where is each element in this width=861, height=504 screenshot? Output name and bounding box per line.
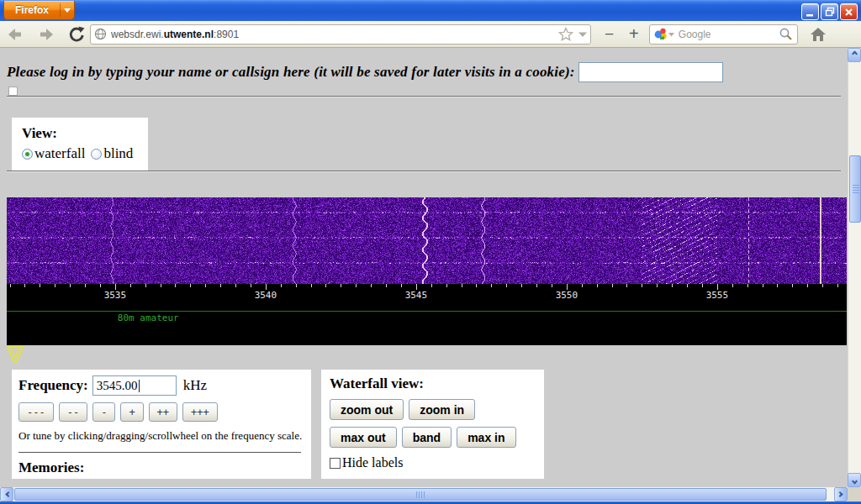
view-option-waterfall[interactable]: waterfall — [22, 145, 85, 162]
login-checkbox[interactable] — [8, 87, 18, 96]
scale-tick — [702, 284, 703, 287]
scale-tick — [657, 284, 658, 287]
scale-tick — [416, 284, 417, 290]
scroll-left-button[interactable] — [0, 487, 13, 501]
search-bar[interactable] — [649, 24, 798, 45]
freq-step--[interactable]: ++ — [149, 402, 177, 422]
waterfall-max-in[interactable]: max in — [457, 427, 515, 448]
url-dropdown-button[interactable] — [578, 31, 587, 38]
waterfall-display[interactable]: 35353540354535503555 80m amateur — [7, 197, 847, 345]
scale-tick — [266, 284, 267, 290]
close-button[interactable] — [840, 3, 858, 20]
scale-tick — [521, 284, 522, 287]
scroll-right-button[interactable] — [834, 487, 848, 501]
freq-step--[interactable]: --- — [18, 402, 54, 422]
horizontal-scroll-thumb[interactable] — [14, 488, 827, 501]
freq-step--[interactable]: +++ — [182, 402, 218, 422]
back-button[interactable] — [7, 27, 25, 42]
url-bar[interactable]: websdr.ewi.utwente.nl:8901 — [90, 24, 591, 45]
horizontal-scrollbar[interactable] — [0, 487, 848, 501]
scale-tick — [491, 284, 492, 287]
scale-tick — [356, 284, 357, 287]
waterfall-spectrogram[interactable] — [7, 197, 847, 284]
chevron-down-icon — [61, 8, 74, 13]
page-zoom-out-button[interactable]: − — [605, 25, 614, 44]
band-label: 80m amateur — [118, 312, 179, 323]
restore-button[interactable] — [821, 3, 838, 20]
chevron-down-icon[interactable] — [668, 32, 674, 37]
scale-tick — [24, 284, 25, 287]
scale-tick — [145, 284, 146, 287]
radio-icon[interactable] — [22, 149, 33, 160]
scale-tick — [747, 284, 748, 287]
radio-label: blind — [103, 145, 133, 162]
hide-labels-checkbox[interactable] — [330, 458, 341, 469]
waterfall-band[interactable]: band — [402, 427, 452, 448]
firefox-menu-button[interactable]: Firefox — [3, 1, 75, 20]
scale-tick — [205, 284, 206, 287]
minimize-button[interactable] — [801, 3, 819, 20]
waterfall-zoom-in[interactable]: zoom in — [409, 399, 475, 420]
waterfall-range-buttons: max outbandmax in — [330, 427, 536, 448]
hide-labels-row[interactable]: Hide labels — [330, 455, 536, 470]
scale-tick — [792, 284, 793, 287]
scale-tick — [325, 284, 326, 287]
scale-tick — [642, 284, 642, 287]
globe-icon — [94, 28, 107, 40]
frequency-scale[interactable]: 35353540354535503555 — [7, 284, 847, 302]
callsign-input[interactable] — [578, 62, 723, 82]
reload-button[interactable] — [68, 26, 85, 43]
url-text[interactable]: websdr.ewi.utwente.nl:8901 — [111, 29, 239, 40]
scale-tick — [371, 284, 372, 287]
scale-tick — [672, 284, 673, 287]
view-option-blind[interactable]: blind — [91, 145, 133, 162]
freq-step--[interactable]: - — [92, 402, 115, 422]
bookmark-star-icon[interactable] — [558, 27, 573, 42]
freq-step--[interactable]: -- — [59, 402, 87, 422]
vertical-scroll-thumb[interactable] — [849, 155, 861, 223]
search-input[interactable] — [679, 29, 779, 40]
freq-step--[interactable]: + — [120, 402, 143, 422]
view-label: View: — [22, 125, 140, 142]
waterfall-max-out[interactable]: max out — [330, 427, 397, 448]
waterfall-zoom-out[interactable]: zoom out — [330, 399, 404, 420]
google-logo-icon[interactable] — [654, 28, 667, 40]
scale-tick — [807, 284, 808, 287]
chevron-left-icon — [5, 491, 11, 497]
scroll-up-button[interactable] — [848, 48, 861, 62]
scale-tick — [626, 284, 627, 287]
page-zoom-in-button[interactable]: + — [629, 24, 639, 44]
scroll-down-button[interactable] — [848, 473, 861, 487]
band-line — [7, 311, 847, 312]
waterfall-view-label: Waterfall view: — [330, 375, 536, 392]
login-prompt: Please log in by typing your name or cal… — [7, 64, 575, 81]
divider — [7, 96, 841, 97]
radio-label: waterfall — [34, 145, 85, 162]
scale-tick — [446, 284, 447, 287]
home-button[interactable] — [810, 27, 827, 42]
scale-tick — [235, 284, 236, 287]
scale-frequency-label: 3555 — [706, 290, 729, 301]
text-caret — [139, 380, 140, 392]
home-icon — [810, 27, 827, 42]
frequency-input[interactable]: 3545.00 — [92, 375, 177, 396]
radio-icon[interactable] — [91, 149, 102, 160]
reload-icon — [68, 26, 85, 43]
scale-tick — [567, 284, 568, 290]
webpage-viewport: Please log in by typing your name or cal… — [0, 48, 848, 487]
scale-tick — [341, 284, 341, 287]
scale-tick — [10, 284, 11, 287]
back-arrow-icon — [7, 27, 25, 42]
tuning-marker-icon[interactable] — [4, 345, 26, 364]
scale-tick — [476, 284, 477, 287]
frequency-panel: Frequency: 3545.00 kHz ------++++++ Or t… — [12, 370, 311, 479]
window-titlebar: Firefox — [0, 0, 861, 21]
scale-tick — [401, 284, 402, 287]
waterfall-zoom-buttons: zoom outzoom in — [330, 399, 536, 420]
close-icon — [844, 8, 853, 17]
forward-button[interactable] — [36, 27, 55, 42]
search-magnifier-icon[interactable] — [779, 27, 793, 41]
vertical-scrollbar[interactable] — [848, 48, 861, 487]
frequency-label: Frequency: — [18, 377, 88, 394]
scale-tick — [837, 284, 838, 287]
